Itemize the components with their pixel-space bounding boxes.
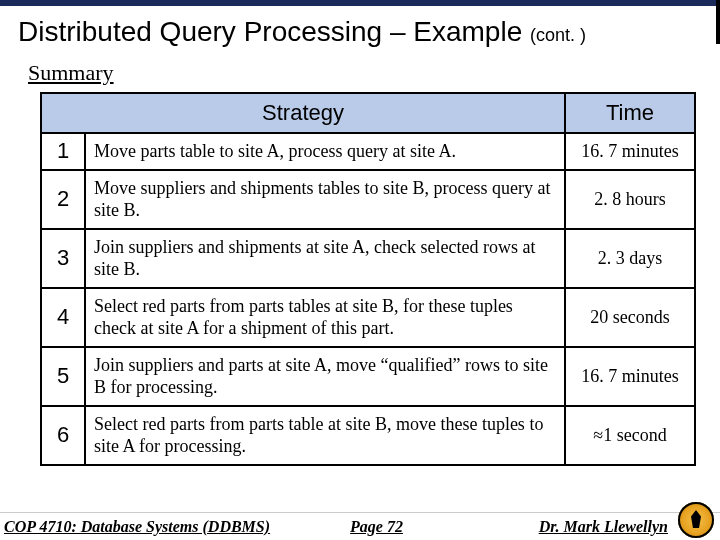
row-time: 2. 3 days	[565, 229, 695, 288]
row-time: 16. 7 minutes	[565, 133, 695, 170]
title-cont: (cont. )	[530, 25, 586, 45]
strategy-table: Strategy Time 1 Move parts table to site…	[40, 92, 696, 466]
table-row: 2 Move suppliers and shipments tables to…	[41, 170, 695, 229]
table-row: 4 Select red parts from parts tables at …	[41, 288, 695, 347]
row-strategy: Join suppliers and shipments at site A, …	[85, 229, 565, 288]
row-time: 2. 8 hours	[565, 170, 695, 229]
university-seal-icon	[678, 502, 714, 538]
row-strategy: Move suppliers and shipments tables to s…	[85, 170, 565, 229]
footer-page: Page 72	[350, 518, 403, 536]
row-number: 3	[41, 229, 85, 288]
header-strategy: Strategy	[41, 93, 565, 133]
row-time: 20 seconds	[565, 288, 695, 347]
table-row: 5 Join suppliers and parts at site A, mo…	[41, 347, 695, 406]
right-edge-decor	[716, 0, 720, 44]
title-main: Distributed Query Processing – Example	[18, 16, 530, 47]
row-number: 1	[41, 133, 85, 170]
row-number: 5	[41, 347, 85, 406]
row-number: 4	[41, 288, 85, 347]
footer-course: COP 4710: Database Systems (DDBMS)	[4, 518, 270, 536]
title-area: Distributed Query Processing – Example (…	[0, 6, 720, 54]
table-row: 1 Move parts table to site A, process qu…	[41, 133, 695, 170]
slide-footer: COP 4710: Database Systems (DDBMS) Page …	[0, 512, 720, 540]
row-number: 2	[41, 170, 85, 229]
footer-author: Dr. Mark Llewellyn	[539, 518, 668, 536]
table-wrap: Strategy Time 1 Move parts table to site…	[0, 92, 720, 466]
section-subtitle: Summary	[0, 54, 720, 92]
table-row: 3 Join suppliers and shipments at site A…	[41, 229, 695, 288]
row-strategy: Select red parts from parts tables at si…	[85, 288, 565, 347]
table-header-row: Strategy Time	[41, 93, 695, 133]
table-row: 6 Select red parts from parts table at s…	[41, 406, 695, 465]
row-strategy: Move parts table to site A, process quer…	[85, 133, 565, 170]
row-strategy: Select red parts from parts table at sit…	[85, 406, 565, 465]
row-time: ≈1 second	[565, 406, 695, 465]
row-number: 6	[41, 406, 85, 465]
page-title: Distributed Query Processing – Example (…	[18, 16, 702, 48]
header-time: Time	[565, 93, 695, 133]
row-strategy: Join suppliers and parts at site A, move…	[85, 347, 565, 406]
row-time: 16. 7 minutes	[565, 347, 695, 406]
